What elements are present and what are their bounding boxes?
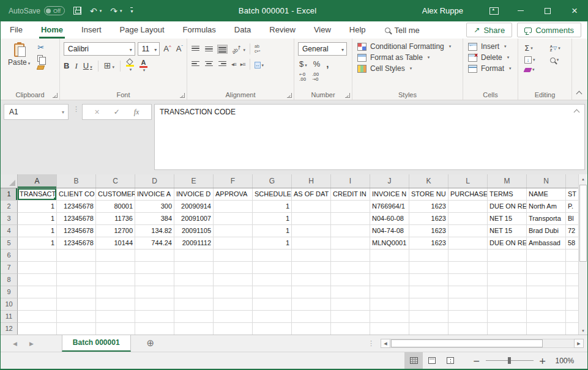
paste-button[interactable]: Paste — [4, 41, 34, 89]
cell-E5[interactable]: 20091112 — [174, 237, 214, 250]
cell-H6[interactable] — [292, 250, 331, 262]
cell-D5[interactable]: 744.24 — [135, 237, 174, 250]
cell-A10[interactable] — [18, 298, 57, 311]
cell-K1[interactable]: STORE NU — [409, 188, 448, 201]
cell-partial3[interactable]: Bl — [566, 213, 578, 225]
cell-H11[interactable] — [292, 311, 331, 323]
insert-function-icon[interactable]: fx — [134, 108, 140, 117]
zoom-level[interactable]: 100% — [555, 357, 574, 365]
tab-page-layout[interactable]: Page Layout — [111, 21, 174, 39]
cell-L3[interactable] — [448, 213, 488, 225]
column-header-F[interactable]: F — [214, 174, 253, 188]
vertical-scrollbar-thumb[interactable] — [579, 185, 587, 262]
cell-partial4[interactable]: 72 — [566, 225, 578, 237]
cell-K5[interactable]: 1623 — [409, 237, 448, 250]
format-cells-button[interactable]: Format — [468, 64, 515, 73]
cell-H8[interactable] — [292, 274, 331, 286]
cell-K7[interactable] — [409, 262, 448, 274]
cell-G6[interactable] — [253, 250, 292, 262]
cell-A8[interactable] — [18, 274, 57, 286]
row-header-3[interactable]: 3 — [1, 213, 18, 225]
increase-indent-button[interactable]: ▸≡ — [240, 61, 245, 67]
cell-B5[interactable]: 12345678 — [57, 237, 96, 250]
cell-partial7[interactable] — [566, 262, 578, 274]
cell-K9[interactable] — [409, 286, 448, 298]
comments-button[interactable]: Comments — [517, 23, 581, 37]
cell-F4[interactable] — [214, 225, 253, 237]
cell-A12[interactable] — [18, 323, 57, 335]
align-center-button[interactable] — [204, 61, 214, 68]
cell-C3[interactable]: 11736 — [96, 213, 135, 225]
cell-J2[interactable]: N766964/1 — [370, 201, 409, 213]
horizontal-scrollbar[interactable]: ◀ ▶ — [381, 338, 584, 349]
collapse-ribbon-icon[interactable] — [576, 91, 582, 97]
cell-K8[interactable] — [409, 274, 448, 286]
column-header-J[interactable]: J — [370, 174, 409, 188]
cell-L1[interactable]: PURCHASE — [448, 188, 488, 201]
cell-B7[interactable] — [57, 262, 96, 274]
delete-cells-button[interactable]: Delete — [468, 53, 515, 62]
row-header-7[interactable]: 7 — [1, 262, 18, 274]
cell-C10[interactable] — [96, 298, 135, 311]
prev-sheet-icon[interactable]: ◀ — [13, 341, 17, 347]
column-header-A[interactable]: A — [18, 174, 57, 188]
cell-partial10[interactable] — [566, 298, 578, 311]
italic-button[interactable]: I — [75, 61, 77, 71]
zoom-in-icon[interactable]: + — [539, 356, 546, 366]
bold-button[interactable]: B — [64, 61, 69, 70]
cell-E7[interactable] — [174, 262, 214, 274]
zoom-out-icon[interactable]: − — [473, 356, 480, 366]
cell-E2[interactable]: 20090914 — [174, 201, 214, 213]
cell-M4[interactable]: NET 15 — [488, 225, 527, 237]
column-header-E[interactable]: E — [174, 174, 214, 188]
tab-insert[interactable]: Insert — [72, 21, 111, 39]
cell-K2[interactable]: 1623 — [409, 201, 448, 213]
cell-J4[interactable]: N04-74-08 — [370, 225, 409, 237]
cell-B6[interactable] — [57, 250, 96, 262]
tab-review[interactable]: Review — [260, 21, 305, 39]
cell-D7[interactable] — [135, 262, 174, 274]
cell-F10[interactable] — [214, 298, 253, 311]
cell-D9[interactable] — [135, 286, 174, 298]
font-name-select[interactable]: Calibri — [64, 42, 135, 56]
font-color-button[interactable]: A — [140, 59, 147, 73]
cell-F1[interactable]: APPROVA — [214, 188, 253, 201]
cell-I9[interactable] — [331, 286, 370, 298]
cell-J12[interactable] — [370, 323, 409, 335]
minimize-button[interactable] — [507, 0, 534, 21]
cell-G1[interactable]: SCHEDULE — [253, 188, 292, 201]
accounting-format-button[interactable]: $ — [299, 59, 307, 68]
row-header-12[interactable]: 12 — [1, 323, 18, 335]
cell-J10[interactable] — [370, 298, 409, 311]
cell-J8[interactable] — [370, 274, 409, 286]
cell-B9[interactable] — [57, 286, 96, 298]
comma-style-button[interactable]: , — [326, 59, 329, 69]
cell-E9[interactable] — [174, 286, 214, 298]
cell-G9[interactable] — [253, 286, 292, 298]
cell-N8[interactable] — [527, 274, 566, 286]
cell-B10[interactable] — [57, 298, 96, 311]
cell-F11[interactable] — [214, 311, 253, 323]
column-header-I[interactable]: I — [331, 174, 370, 188]
cell-M6[interactable] — [488, 250, 527, 262]
cell-E12[interactable] — [174, 323, 214, 335]
cell-H3[interactable] — [292, 213, 331, 225]
column-header-D[interactable]: D — [135, 174, 174, 188]
cell-G8[interactable] — [253, 274, 292, 286]
cell-N1[interactable]: NAME — [527, 188, 566, 201]
scroll-up-icon[interactable]: ▴ — [579, 174, 587, 183]
cell-A6[interactable] — [18, 250, 57, 262]
cell-partial5[interactable]: 58 — [566, 237, 578, 250]
merge-center-button[interactable]: ↔ — [255, 60, 264, 68]
cell-G5[interactable]: 1 — [253, 237, 292, 250]
percent-style-button[interactable]: % — [313, 59, 321, 68]
decrease-decimal-button[interactable]: .00→0 — [312, 72, 319, 82]
borders-button[interactable]: ⊞ — [104, 61, 114, 70]
clipboard-dialog-launcher-icon[interactable] — [53, 93, 58, 98]
cell-J11[interactable] — [370, 311, 409, 323]
cell-M1[interactable]: TERMS — [488, 188, 527, 201]
cell-N10[interactable] — [527, 298, 566, 311]
tab-data[interactable]: Data — [225, 21, 260, 39]
cell-partial6[interactable] — [566, 250, 578, 262]
cell-M12[interactable] — [488, 323, 527, 335]
